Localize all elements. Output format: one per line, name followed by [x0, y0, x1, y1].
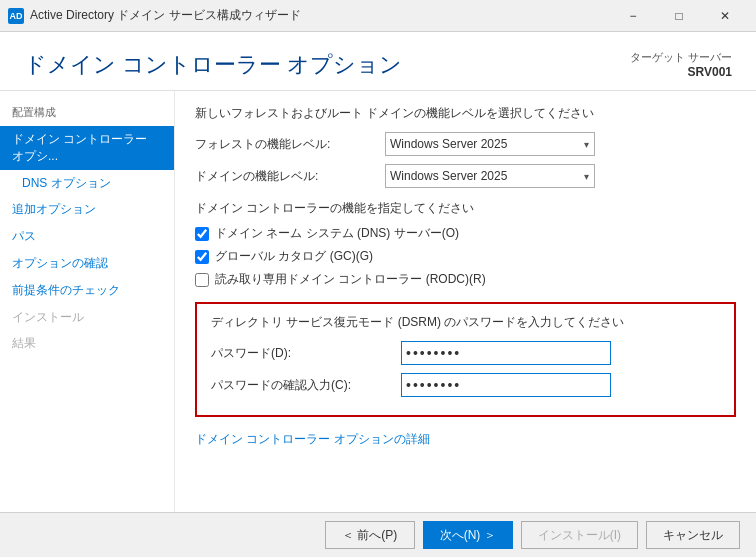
install-button: インストール(I) [521, 521, 638, 549]
sidebar-section-label: 配置構成 [0, 101, 174, 124]
domain-functional-level-label: ドメインの機能レベル: [195, 168, 385, 185]
dsrm-section: ディレクトリ サービス復元モード (DSRM) のパスワードを入力してください … [195, 302, 736, 417]
target-server-label: ターゲット サーバー [630, 50, 732, 65]
close-button[interactable]: ✕ [702, 0, 748, 32]
checkbox-row-gc: グローバル カタログ (GC)(G) [195, 248, 736, 265]
domain-functional-level-row: ドメインの機能レベル: Windows Server 2025 Windows … [195, 164, 736, 188]
rodc-checkbox[interactable] [195, 273, 209, 287]
sidebar-item-result: 結果 [0, 330, 174, 357]
target-server-info: ターゲット サーバー SRV001 [630, 50, 732, 79]
domain-functional-level-dropdown-wrapper: Windows Server 2025 Windows Server 2022 … [385, 164, 595, 188]
password-row: パスワード(D): [211, 341, 720, 365]
sidebar-item-review[interactable]: オプションの確認 [0, 250, 174, 277]
target-server-name: SRV001 [630, 65, 732, 79]
forest-functional-level-label: フォレストの機能レベル: [195, 136, 385, 153]
content-area: 配置構成 ドメイン コントローラー オプシ... DNS オプション 追加オプシ… [0, 91, 756, 512]
domain-functional-level-dropdown[interactable]: Windows Server 2025 Windows Server 2022 … [385, 164, 595, 188]
app-icon: AD [8, 8, 24, 24]
forest-functional-level-row: フォレストの機能レベル: Windows Server 2025 Windows… [195, 132, 736, 156]
details-link-wrapper: ドメイン コントローラー オプションの詳細 [195, 431, 736, 448]
sidebar-item-path[interactable]: パス [0, 223, 174, 250]
back-button[interactable]: ＜ 前へ(P) [325, 521, 415, 549]
checkbox-row-dns: ドメイン ネーム システム (DNS) サーバー(O) [195, 225, 736, 242]
dsrm-section-label: ディレクトリ サービス復元モード (DSRM) のパスワードを入力してください [211, 314, 720, 331]
dns-checkbox[interactable] [195, 227, 209, 241]
title-bar: AD Active Directory ドメイン サービス構成ウィザード − □… [0, 0, 756, 32]
sidebar-item-dc-options[interactable]: ドメイン コントローラー オプシ... [0, 126, 174, 170]
password-input[interactable] [401, 341, 611, 365]
rodc-checkbox-label[interactable]: 読み取り専用ドメイン コントローラー (RODC)(R) [215, 271, 486, 288]
forest-functional-level-dropdown[interactable]: Windows Server 2025 Windows Server 2022 … [385, 132, 595, 156]
password-label: パスワード(D): [211, 345, 401, 362]
password-confirm-label: パスワードの確認入力(C): [211, 377, 401, 394]
password-confirm-row: パスワードの確認入力(C): [211, 373, 720, 397]
footer: ＜ 前へ(P) 次へ(N) ＞ インストール(I) キャンセル [0, 512, 756, 557]
checkbox-row-rodc: 読み取り専用ドメイン コントローラー (RODC)(R) [195, 271, 736, 288]
sidebar-item-prereq[interactable]: 前提条件のチェック [0, 277, 174, 304]
window-body: ドメイン コントローラー オプション ターゲット サーバー SRV001 配置構… [0, 32, 756, 557]
gc-checkbox[interactable] [195, 250, 209, 264]
title-bar-controls: − □ ✕ [610, 0, 748, 32]
header-area: ドメイン コントローラー オプション ターゲット サーバー SRV001 [0, 32, 756, 91]
minimize-button[interactable]: − [610, 0, 656, 32]
password-confirm-input[interactable] [401, 373, 611, 397]
sidebar-item-install: インストール [0, 304, 174, 331]
dns-checkbox-label[interactable]: ドメイン ネーム システム (DNS) サーバー(O) [215, 225, 459, 242]
next-button[interactable]: 次へ(N) ＞ [423, 521, 513, 549]
forest-functional-level-dropdown-wrapper: Windows Server 2025 Windows Server 2022 … [385, 132, 595, 156]
details-link[interactable]: ドメイン コントローラー オプションの詳細 [195, 432, 430, 446]
functional-level-label: 新しいフォレストおよびルート ドメインの機能レベルを選択してください [195, 105, 736, 122]
sidebar-item-dns-options[interactable]: DNS オプション [0, 170, 174, 197]
sidebar-item-extra-options[interactable]: 追加オプション [0, 196, 174, 223]
gc-checkbox-label[interactable]: グローバル カタログ (GC)(G) [215, 248, 373, 265]
cancel-button[interactable]: キャンセル [646, 521, 740, 549]
page-title: ドメイン コントローラー オプション [24, 50, 402, 80]
dc-capabilities-label: ドメイン コントローラーの機能を指定してください [195, 200, 736, 217]
title-bar-text: Active Directory ドメイン サービス構成ウィザード [30, 7, 610, 24]
maximize-button[interactable]: □ [656, 0, 702, 32]
sidebar: 配置構成 ドメイン コントローラー オプシ... DNS オプション 追加オプシ… [0, 91, 175, 512]
main-content: 新しいフォレストおよびルート ドメインの機能レベルを選択してください フォレスト… [175, 91, 756, 512]
